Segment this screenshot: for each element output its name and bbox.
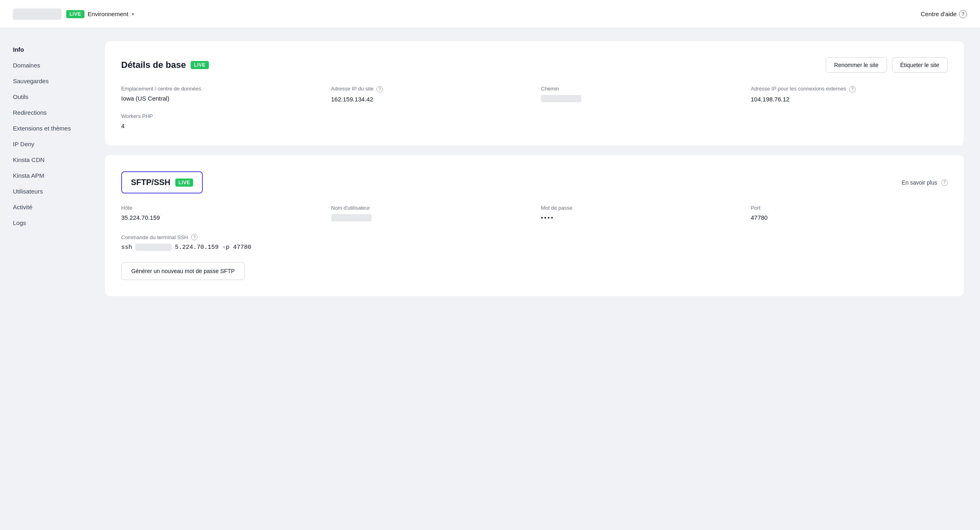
sftp-port-label: Port bbox=[751, 205, 948, 211]
sidebar-item-extensions[interactable]: Extensions et thèmes bbox=[3, 121, 86, 136]
sftp-username-value bbox=[331, 214, 528, 223]
location-label: Emplacement / centre de données bbox=[121, 86, 318, 92]
path-blurred bbox=[541, 95, 581, 102]
sftp-title: SFTP/SSH bbox=[131, 178, 170, 187]
sidebar-item-outils[interactable]: Outils bbox=[3, 89, 86, 104]
sftp-port-item: Port 47780 bbox=[751, 205, 948, 223]
workers-value: 4 bbox=[121, 122, 948, 129]
ssh-cmd-section: Commande du terminal SSH ? ssh 5.224.70.… bbox=[121, 234, 948, 251]
workers-label: Workers PHP bbox=[121, 113, 948, 119]
help-text: Centre d'aide bbox=[921, 11, 957, 17]
external-ip-item: Adresse IP pour les connexions externes … bbox=[751, 86, 948, 103]
username-blurred bbox=[331, 214, 372, 221]
rename-site-button[interactable]: Renommer le site bbox=[826, 57, 887, 73]
external-ip-value: 104.198.76.12 bbox=[751, 96, 948, 103]
external-ip-help-icon[interactable]: ? bbox=[849, 86, 856, 93]
en-savoir-plus-text: En savoir plus bbox=[902, 179, 937, 186]
basic-details-card: Détails de base LIVE Renommer le site Ét… bbox=[105, 41, 964, 145]
env-label: Environnement bbox=[88, 11, 128, 17]
sidebar-item-info[interactable]: Info bbox=[3, 42, 86, 57]
sidebar-item-activite[interactable]: Activité bbox=[3, 200, 86, 215]
sftp-host-label: Hôte bbox=[121, 205, 318, 211]
sidebar-item-redirections[interactable]: Redirections bbox=[3, 105, 86, 120]
header-left: LIVE Environnement ▾ bbox=[13, 8, 134, 20]
ip-value: 162.159.134.42 bbox=[331, 96, 528, 103]
live-badge: LIVE bbox=[66, 10, 84, 18]
chevron-down-icon: ▾ bbox=[132, 11, 134, 17]
sftp-title-box: SFTP/SSH LIVE bbox=[121, 171, 203, 193]
sftp-section-header: SFTP/SSH LIVE En savoir plus ? bbox=[121, 171, 948, 193]
workers-item: Workers PHP 4 bbox=[121, 113, 948, 129]
ip-label: Adresse IP du site ? bbox=[331, 86, 528, 93]
path-item: Chemin bbox=[541, 86, 738, 103]
sftp-password-label: Mot de passe bbox=[541, 205, 738, 211]
sidebar: Info Domaines Sauvegardes Outils Redirec… bbox=[0, 28, 89, 530]
sidebar-item-logs[interactable]: Logs bbox=[3, 215, 86, 230]
sftp-ssh-card: SFTP/SSH LIVE En savoir plus ? Hôte 35.2… bbox=[105, 155, 964, 296]
basic-details-title: Détails de base bbox=[121, 60, 186, 70]
section-header: Détails de base LIVE Renommer le site Ét… bbox=[121, 57, 948, 73]
sftp-username-label: Nom d'utilisateur bbox=[331, 205, 528, 211]
generate-password-button[interactable]: Générer un nouveau mot de passe SFTP bbox=[121, 262, 245, 280]
top-header: LIVE Environnement ▾ Centre d'aide ? bbox=[0, 0, 980, 28]
ip-item: Adresse IP du site ? 162.159.134.42 bbox=[331, 86, 528, 103]
path-value bbox=[541, 95, 738, 103]
location-value: Iowa (US Central) bbox=[121, 95, 318, 102]
sftp-live-badge: LIVE bbox=[175, 179, 193, 187]
en-savoir-plus-link[interactable]: En savoir plus ? bbox=[902, 179, 948, 186]
tag-site-button[interactable]: Étiqueter le site bbox=[892, 57, 948, 73]
ssh-cmd-blurred bbox=[135, 244, 172, 251]
sidebar-item-kinsta-cdn[interactable]: Kinsta CDN bbox=[3, 152, 86, 167]
sidebar-item-domaines[interactable]: Domaines bbox=[3, 58, 86, 73]
section-title: Détails de base LIVE bbox=[121, 60, 209, 70]
ssh-cmd-help-icon[interactable]: ? bbox=[191, 234, 198, 240]
info-grid: Emplacement / centre de données Iowa (US… bbox=[121, 86, 948, 103]
ssh-cmd-label: Commande du terminal SSH ? bbox=[121, 234, 948, 240]
ssh-cmd-value: ssh 5.224.70.159 -p 47780 bbox=[121, 244, 948, 251]
basic-details-live-badge: LIVE bbox=[191, 61, 209, 69]
help-circle-icon: ? bbox=[959, 10, 967, 18]
sftp-host-item: Hôte 35.224.70.159 bbox=[121, 205, 318, 223]
sftp-username-item: Nom d'utilisateur bbox=[331, 205, 528, 223]
section-actions: Renommer le site Étiqueter le site bbox=[826, 57, 948, 73]
logo bbox=[13, 8, 61, 20]
sftp-grid: Hôte 35.224.70.159 Nom d'utilisateur Mot… bbox=[121, 205, 948, 223]
env-selector[interactable]: LIVE Environnement ▾ bbox=[66, 10, 134, 18]
sftp-host-value: 35.224.70.159 bbox=[121, 214, 318, 221]
sidebar-item-utilisateurs[interactable]: Utilisateurs bbox=[3, 184, 86, 199]
sidebar-item-kinsta-apm[interactable]: Kinsta APM bbox=[3, 168, 86, 183]
ssh-cmd-prefix: ssh bbox=[121, 244, 132, 251]
main-content: Détails de base LIVE Renommer le site Ét… bbox=[89, 28, 980, 530]
external-ip-label: Adresse IP pour les connexions externes … bbox=[751, 86, 948, 93]
sftp-port-value: 47780 bbox=[751, 214, 948, 221]
help-link[interactable]: Centre d'aide ? bbox=[921, 10, 967, 18]
ip-help-icon[interactable]: ? bbox=[376, 86, 383, 93]
sidebar-item-ip-deny[interactable]: IP Deny bbox=[3, 137, 86, 151]
location-item: Emplacement / centre de données Iowa (US… bbox=[121, 86, 318, 103]
layout: Info Domaines Sauvegardes Outils Redirec… bbox=[0, 28, 980, 530]
path-label: Chemin bbox=[541, 86, 738, 92]
en-savoir-plus-icon: ? bbox=[941, 179, 948, 186]
sidebar-item-sauvegardes[interactable]: Sauvegardes bbox=[3, 74, 86, 88]
ssh-cmd-suffix: 5.224.70.159 -p 47780 bbox=[175, 244, 251, 251]
sftp-password-value: •••• bbox=[541, 214, 738, 221]
sftp-password-item: Mot de passe •••• bbox=[541, 205, 738, 223]
